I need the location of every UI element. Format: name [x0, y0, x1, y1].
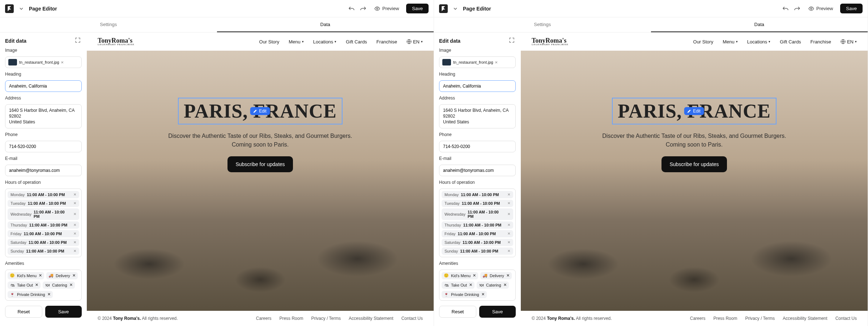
remove-hour-icon[interactable]: ✕: [507, 201, 510, 205]
remove-image-icon[interactable]: ✕: [61, 60, 64, 64]
tab-settings[interactable]: Settings: [434, 17, 651, 32]
remove-hour-icon[interactable]: ✕: [507, 240, 510, 244]
edit-overlay-button[interactable]: Edit: [684, 107, 704, 115]
preview-button[interactable]: Preview: [371, 4, 403, 13]
app-menu-chevron[interactable]: [451, 5, 459, 13]
remove-image-icon[interactable]: ✕: [495, 60, 498, 64]
remove-hour-icon[interactable]: ✕: [73, 240, 76, 244]
app-logo-icon[interactable]: [439, 4, 448, 13]
nav-gift-cards[interactable]: Gift Cards: [346, 39, 367, 45]
remove-tag-icon[interactable]: ✕: [39, 273, 42, 278]
footer-link-accessibility[interactable]: Accessibility Statement: [783, 316, 827, 321]
heading-input[interactable]: [5, 80, 82, 92]
footer-link-careers[interactable]: Careers: [256, 316, 272, 321]
remove-tag-icon[interactable]: ✕: [473, 273, 476, 278]
nav-language[interactable]: EN▾: [841, 39, 857, 45]
remove-hour-icon[interactable]: ✕: [507, 223, 510, 227]
footer-link-careers[interactable]: Careers: [690, 316, 706, 321]
tab-settings[interactable]: Settings: [0, 17, 217, 32]
tab-data[interactable]: Data: [651, 17, 868, 32]
chevron-down-icon: ▾: [335, 40, 336, 43]
footer-link-privacy[interactable]: Privacy / Terms: [745, 316, 775, 321]
save-button-top[interactable]: Save: [406, 4, 429, 13]
remove-hour-icon[interactable]: ✕: [507, 192, 510, 196]
expand-icon[interactable]: [75, 38, 82, 44]
hero-title-selection[interactable]: PARIS, FRANCE Edit: [178, 98, 342, 124]
drinks-icon: 🍷: [444, 292, 449, 297]
email-input[interactable]: [5, 165, 82, 176]
expand-icon[interactable]: [509, 38, 516, 44]
subscribe-button[interactable]: Subscribe for updates: [661, 156, 727, 172]
remove-hour-icon[interactable]: ✕: [73, 212, 76, 216]
footer-link-contact[interactable]: Contact Us: [401, 316, 423, 321]
redo-button[interactable]: [793, 5, 801, 13]
phone-input[interactable]: [5, 141, 82, 152]
address-field[interactable]: 1640 S Harbor Blvd, Anaheim, CA 92802 Un…: [439, 104, 516, 128]
nav-franchise[interactable]: Franchise: [376, 39, 397, 45]
hours-field[interactable]: Monday11:00 AM - 10:00 PM✕ Tuesday11:00 …: [5, 189, 82, 257]
nav-our-story[interactable]: Our Story: [259, 39, 280, 45]
footer-link-contact[interactable]: Contact Us: [835, 316, 857, 321]
edit-overlay-button[interactable]: Edit: [250, 107, 270, 115]
remove-tag-icon[interactable]: ✕: [69, 283, 73, 287]
phone-input[interactable]: [439, 141, 516, 152]
undo-button[interactable]: [348, 5, 356, 13]
remove-tag-icon[interactable]: ✕: [481, 292, 485, 297]
save-button-top[interactable]: Save: [840, 4, 863, 13]
preview-button[interactable]: Preview: [805, 4, 837, 13]
remove-tag-icon[interactable]: ✕: [35, 283, 38, 287]
nav-menu[interactable]: Menu▾: [289, 39, 304, 45]
hero-title-selection[interactable]: PARIS, FRANCE Edit: [612, 98, 776, 124]
address-line1: 1640 S Harbor Blvd, Anaheim, CA 92802: [9, 107, 78, 119]
footer-link-privacy[interactable]: Privacy / Terms: [311, 316, 341, 321]
remove-hour-icon[interactable]: ✕: [73, 201, 76, 205]
site-header: TonyRoma's LEGENDARY FRANCHISE Our Story…: [87, 33, 434, 51]
remove-hour-icon[interactable]: ✕: [73, 223, 76, 227]
reset-button[interactable]: Reset: [439, 306, 476, 318]
tab-data[interactable]: Data: [217, 17, 434, 32]
footer-link-press[interactable]: Press Room: [279, 316, 303, 321]
nav-language[interactable]: EN▾: [407, 39, 423, 45]
remove-hour-icon[interactable]: ✕: [507, 232, 510, 236]
amenities-field[interactable]: 🙂Kid's Menu✕ 🚚Delivery✕ 🛍Take Out✕ 🍽Cate…: [5, 270, 82, 301]
panel-save-button[interactable]: Save: [479, 306, 516, 318]
nav-our-story[interactable]: Our Story: [693, 39, 714, 45]
nav-gift-cards[interactable]: Gift Cards: [780, 39, 801, 45]
app-menu-chevron[interactable]: [17, 5, 25, 13]
footer-link-accessibility[interactable]: Accessibility Statement: [349, 316, 393, 321]
subscribe-button[interactable]: Subscribe for updates: [227, 156, 293, 172]
nav-locations[interactable]: Locations▾: [313, 39, 337, 45]
nav-franchise[interactable]: Franchise: [810, 39, 831, 45]
address-field[interactable]: 1640 S Harbor Blvd, Anaheim, CA 92802 Un…: [5, 104, 82, 128]
remove-hour-icon[interactable]: ✕: [507, 212, 510, 216]
remove-tag-icon[interactable]: ✕: [506, 273, 510, 278]
app-logo-icon[interactable]: [5, 4, 14, 13]
image-field[interactable]: tn_restaurant_front.jpg✕: [5, 56, 82, 68]
reset-button[interactable]: Reset: [5, 306, 42, 318]
nav-locations[interactable]: Locations▾: [747, 39, 771, 45]
svg-point-0: [376, 8, 378, 9]
heading-input[interactable]: [439, 80, 516, 92]
remove-hour-icon[interactable]: ✕: [73, 232, 76, 236]
site-logo[interactable]: TonyRoma's LEGENDARY FRANCHISE: [98, 38, 135, 46]
footer-link-press[interactable]: Press Room: [713, 316, 737, 321]
remove-hour-icon[interactable]: ✕: [73, 249, 76, 253]
remove-hour-icon[interactable]: ✕: [507, 249, 510, 253]
amenity-tag: 🍽Catering✕: [477, 281, 509, 289]
image-field[interactable]: tn_restaurant_front.jpg✕: [439, 56, 516, 68]
remove-tag-icon[interactable]: ✕: [469, 283, 472, 287]
image-thumb: [442, 59, 451, 65]
undo-button[interactable]: [782, 5, 790, 13]
panel-save-button[interactable]: Save: [45, 306, 82, 318]
remove-hour-icon[interactable]: ✕: [73, 192, 76, 196]
preview-canvas: TonyRoma's LEGENDARY FRANCHISE Our Story…: [87, 33, 434, 326]
hours-field[interactable]: Monday11:00 AM - 10:00 PM✕ Tuesday11:00 …: [439, 189, 516, 257]
remove-tag-icon[interactable]: ✕: [72, 273, 76, 278]
nav-menu[interactable]: Menu▾: [723, 39, 738, 45]
remove-tag-icon[interactable]: ✕: [47, 292, 51, 297]
remove-tag-icon[interactable]: ✕: [503, 283, 507, 287]
redo-button[interactable]: [359, 5, 367, 13]
site-logo[interactable]: TonyRoma's LEGENDARY FRANCHISE: [532, 38, 569, 46]
email-input[interactable]: [439, 165, 516, 176]
amenities-field[interactable]: 🙂Kid's Menu✕ 🚚Delivery✕ 🛍Take Out✕ 🍽Cate…: [439, 270, 516, 301]
